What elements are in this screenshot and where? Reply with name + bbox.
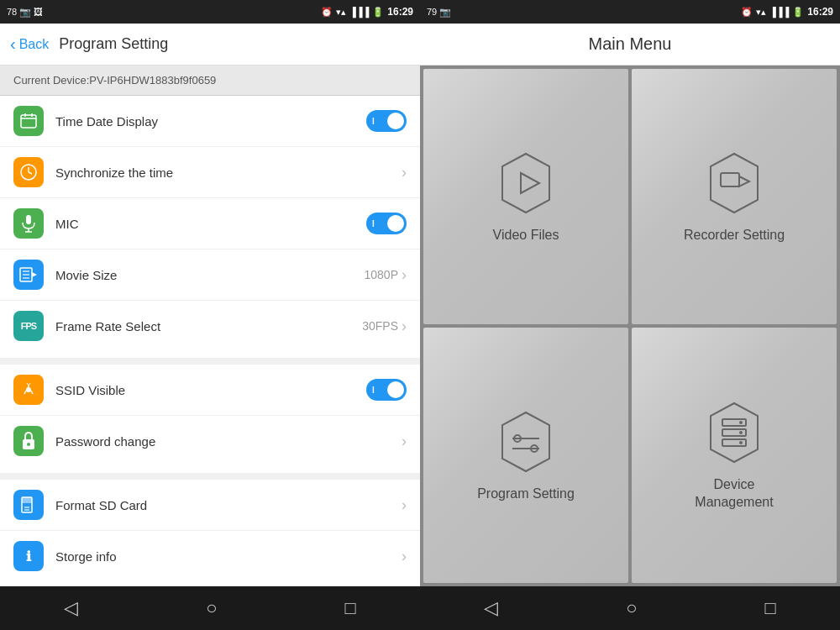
svg-marker-25 (711, 154, 758, 213)
setting-time-date[interactable]: Time Date Display I (0, 96, 420, 147)
svg-point-39 (739, 441, 743, 444)
setting-password[interactable]: Password change › (0, 416, 420, 466)
svg-rect-20 (22, 497, 32, 503)
time-date-toggle[interactable]: I (366, 110, 407, 132)
storage-info-label: Storge info (55, 549, 402, 564)
format-sd-label: Format SD Card (55, 498, 402, 512)
settings-section-2: SSID Visible I Password change › (0, 365, 420, 466)
time-date-icon (13, 106, 44, 136)
setting-format-sd[interactable]: Format SD Card › (0, 480, 420, 531)
storage-info-icon: ℹ (13, 541, 44, 571)
settings-section-1: Time Date Display I Synchronize the time… (0, 96, 420, 351)
frame-rate-chevron: › (402, 318, 407, 335)
ssid-label: SSID Visible (55, 383, 366, 397)
settings-section-3: Format SD Card › ℹ Storge info › (0, 480, 420, 581)
menu-grid: Video Files Recorder Setting (420, 66, 840, 586)
back-button[interactable]: ‹ Back (10, 34, 49, 54)
back-chevron-icon: ‹ (10, 34, 16, 54)
setting-ssid[interactable]: SSID Visible I (0, 365, 420, 416)
nav-home-left[interactable]: ○ (189, 591, 234, 626)
device-management-label: Device Management (695, 476, 773, 512)
menu-tile-video-files[interactable]: Video Files (423, 69, 628, 324)
video-files-label: Video Files (493, 227, 559, 244)
wifi-icon-right: ▾▴ (756, 7, 766, 18)
menu-tile-device-management[interactable]: Device Management (632, 328, 837, 583)
setting-mic[interactable]: MIC I (0, 198, 420, 249)
sync-time-chevron: › (402, 164, 407, 181)
svg-point-18 (27, 443, 30, 446)
setting-sync-time[interactable]: Synchronize the time › (0, 147, 420, 198)
device-info: Current Device:PV-IP6HDW1883bf9f0659 (0, 66, 420, 96)
notification-icons-right: 79 📷 (427, 7, 451, 18)
alarm-icon: ⏰ (321, 7, 333, 18)
password-label: Password change (55, 434, 402, 449)
svg-marker-28 (502, 412, 549, 471)
setting-movie-size[interactable]: Movie Size 1080P › (0, 249, 420, 301)
svg-rect-0 (21, 115, 36, 128)
time-date-label: Time Date Display (55, 114, 366, 129)
page-title: Program Setting (59, 35, 168, 53)
format-sd-chevron: › (402, 496, 407, 514)
frame-rate-icon: FPS (13, 311, 44, 341)
main-menu-title: Main Menu (589, 34, 672, 54)
video-files-icon (492, 150, 559, 217)
nav-home-right[interactable]: ○ (609, 591, 654, 626)
movie-size-icon (13, 260, 44, 290)
svg-rect-7 (26, 215, 31, 224)
password-chevron: › (402, 433, 407, 450)
ssid-toggle[interactable]: I (366, 379, 407, 401)
alarm-icon-right: ⏰ (741, 7, 753, 18)
svg-rect-26 (721, 173, 739, 186)
mic-label: MIC (55, 217, 366, 231)
wifi-icon: ▾▴ (336, 7, 346, 18)
svg-marker-23 (502, 154, 549, 213)
app-header: ‹ Back Program Setting (0, 24, 420, 66)
mic-toggle[interactable]: I (366, 213, 407, 234)
svg-marker-33 (711, 403, 758, 462)
format-sd-icon (13, 490, 44, 520)
status-right-right-icons: ⏰ ▾▴ ▐▐▐ 🔋 16:29 (741, 6, 833, 18)
status-left-icons: 78 📷 🖼 (7, 7, 43, 18)
status-time-left: 16:29 (387, 6, 413, 18)
signal-icon: ▐▐▐ (349, 7, 369, 17)
password-icon (13, 426, 44, 456)
back-label: Back (19, 37, 50, 52)
bottom-nav-right: ◁ ○ □ (420, 586, 840, 630)
svg-point-37 (739, 421, 743, 424)
battery-icon-right: 🔋 (792, 7, 804, 18)
frame-rate-value: 30FPS (362, 319, 398, 333)
nav-back-left[interactable]: ◁ (47, 591, 95, 626)
signal-icon-right: ▐▐▐ (769, 7, 789, 17)
battery-icon: 🔋 (372, 7, 384, 18)
setting-frame-rate[interactable]: FPS Frame Rate Select 30FPS › (0, 301, 420, 351)
svg-marker-11 (32, 272, 37, 277)
frame-rate-label: Frame Rate Select (55, 319, 362, 333)
movie-size-value: 1080P (365, 268, 398, 281)
device-management-icon (701, 399, 768, 466)
section-divider-2 (0, 473, 420, 480)
svg-line-6 (29, 172, 32, 174)
nav-back-right[interactable]: ◁ (467, 591, 515, 626)
menu-tile-recorder-setting[interactable]: Recorder Setting (632, 69, 837, 324)
status-time-right: 16:29 (807, 6, 833, 18)
ssid-icon (13, 375, 44, 405)
svg-marker-24 (521, 173, 539, 193)
menu-tile-program-setting[interactable]: Program Setting (423, 328, 628, 583)
recorder-setting-label: Recorder Setting (684, 227, 785, 244)
program-setting-label: Program Setting (477, 486, 575, 503)
notification-icons: 78 📷 🖼 (7, 7, 43, 18)
svg-point-38 (739, 431, 743, 434)
sync-time-icon (13, 157, 44, 187)
nav-recent-left[interactable]: □ (328, 591, 373, 626)
status-right-left-icons: 79 📷 (427, 7, 451, 18)
status-right-icons: ⏰ ▾▴ ▐▐▐ 🔋 16:29 (321, 6, 413, 18)
setting-storage-info[interactable]: ℹ Storge info › (0, 531, 420, 581)
mic-icon (13, 208, 44, 239)
right-phone-panel: 79 📷 ⏰ ▾▴ ▐▐▐ 🔋 16:29 Main Menu Video Fi… (420, 0, 840, 630)
movie-size-label: Movie Size (55, 268, 365, 282)
settings-list: Time Date Display I Synchronize the time… (0, 96, 420, 586)
left-phone-panel: 78 📷 🖼 ⏰ ▾▴ ▐▐▐ 🔋 16:29 ‹ Back Program S… (0, 0, 420, 630)
nav-recent-right[interactable]: □ (748, 591, 793, 626)
section-divider-1 (0, 358, 420, 365)
svg-marker-27 (739, 176, 749, 186)
